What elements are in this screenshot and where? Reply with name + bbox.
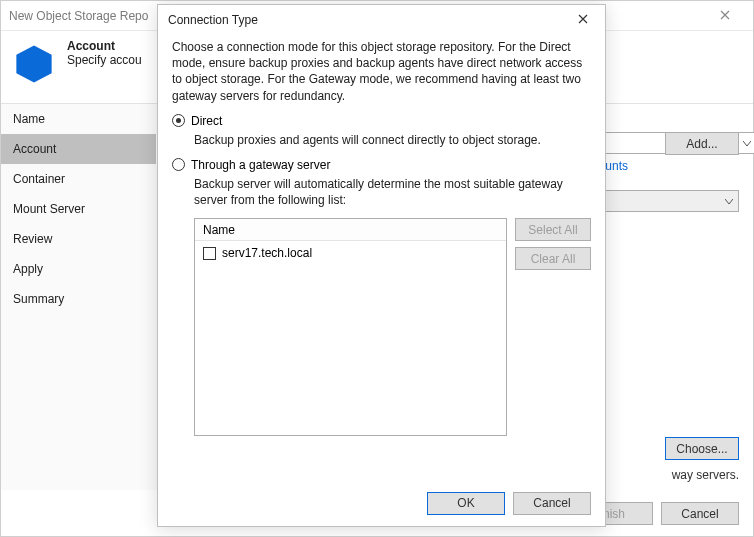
radio-gateway-desc: Backup server will automatically determi… bbox=[194, 176, 591, 208]
step-title: Account bbox=[67, 39, 142, 53]
nav-item-summary[interactable]: Summary bbox=[1, 284, 156, 314]
list-item-label: serv17.tech.local bbox=[222, 246, 312, 260]
clear-all-button[interactable]: Clear All bbox=[515, 247, 591, 270]
list-item[interactable]: serv17.tech.local bbox=[195, 241, 506, 265]
dialog-title: Connection Type bbox=[168, 13, 258, 27]
gateway-server-list: Name serv17.tech.local bbox=[194, 218, 507, 436]
gateway-servers-text: way servers. bbox=[672, 468, 739, 482]
radio-gateway-label: Through a gateway server bbox=[191, 158, 330, 172]
choose-button[interactable]: Choose... bbox=[665, 437, 739, 460]
dialog-footer: OK Cancel bbox=[158, 480, 605, 526]
svg-marker-0 bbox=[16, 46, 51, 83]
radio-direct[interactable]: Direct bbox=[172, 114, 591, 128]
ok-button[interactable]: OK bbox=[427, 492, 505, 515]
dialog-description: Choose a connection mode for this object… bbox=[172, 39, 591, 104]
hexagon-icon bbox=[13, 43, 55, 85]
close-icon[interactable] bbox=[571, 13, 595, 27]
dialog-titlebar: Connection Type bbox=[158, 5, 605, 35]
connection-type-dialog: Connection Type Choose a connection mode… bbox=[157, 4, 606, 527]
radio-direct-desc: Backup proxies and agents will connect d… bbox=[194, 132, 591, 148]
list-header: Name bbox=[195, 219, 506, 241]
radio-icon bbox=[172, 114, 185, 127]
chevron-down-icon bbox=[738, 136, 754, 150]
nav-item-review[interactable]: Review bbox=[1, 224, 156, 254]
nav-item-account[interactable]: Account bbox=[1, 134, 156, 164]
nav-item-apply[interactable]: Apply bbox=[1, 254, 156, 284]
close-icon[interactable] bbox=[705, 9, 745, 23]
add-button[interactable]: Add... bbox=[665, 132, 739, 155]
radio-gateway[interactable]: Through a gateway server bbox=[172, 158, 591, 172]
step-subtitle: Specify accou bbox=[67, 53, 142, 67]
cancel-button[interactable]: Cancel bbox=[661, 502, 739, 525]
wizard-title: New Object Storage Repo bbox=[9, 9, 148, 23]
wizard-nav: Name Account Container Mount Server Revi… bbox=[1, 104, 157, 490]
nav-item-mount-server[interactable]: Mount Server bbox=[1, 194, 156, 224]
nav-item-name[interactable]: Name bbox=[1, 104, 156, 134]
wizard-window: New Object Storage Repo Account Specify … bbox=[0, 0, 754, 537]
chevron-down-icon bbox=[720, 194, 738, 208]
select-all-button[interactable]: Select All bbox=[515, 218, 591, 241]
radio-direct-label: Direct bbox=[191, 114, 222, 128]
cancel-button[interactable]: Cancel bbox=[513, 492, 591, 515]
radio-icon bbox=[172, 158, 185, 171]
checkbox-icon[interactable] bbox=[203, 247, 216, 260]
nav-item-container[interactable]: Container bbox=[1, 164, 156, 194]
